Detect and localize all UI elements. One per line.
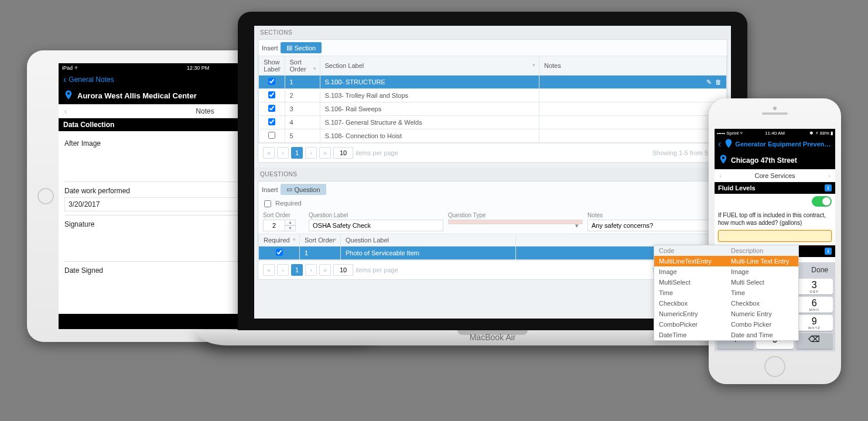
table-row[interactable]: 3S.106- Rail Sweeps: [259, 102, 727, 116]
ipad-time: 12:30 PM: [187, 65, 210, 71]
items-per-page-label: items per page: [356, 266, 398, 273]
question-tab-label: Question: [295, 186, 320, 193]
back-button[interactable]: General Notes: [63, 74, 114, 85]
pager-next[interactable]: ›: [305, 264, 317, 276]
col-notes[interactable]: Notes: [539, 56, 727, 76]
dropdown-option[interactable]: CheckboxCheckbox: [654, 298, 798, 309]
pager-first[interactable]: «: [263, 147, 275, 159]
questions-insert-row: Insert ▭ Question: [258, 182, 727, 197]
info-icon[interactable]: i: [825, 248, 832, 255]
col-sort-order[interactable]: Sort Order▾: [300, 234, 341, 247]
chevron-down-icon: ▾: [575, 222, 579, 230]
row-checkbox[interactable]: [268, 78, 275, 85]
table-row[interactable]: 1S.100- STRUCTURE✎ 🗑: [259, 76, 727, 89]
section-fluid-levels: Fluid Levels i: [715, 182, 835, 194]
spinner-down[interactable]: ▼: [285, 225, 296, 231]
pager-last[interactable]: »: [319, 264, 331, 276]
iphone-speaker: [762, 112, 788, 115]
required-row: Required: [258, 197, 727, 210]
macbook-device: SECTIONS Insert ▤ Section Show Label▾Sor…: [238, 12, 747, 345]
section-tab-label: Section: [295, 45, 316, 52]
page-size-input[interactable]: [333, 264, 353, 276]
dropdown-option[interactable]: ComboPickerCombo Picker: [654, 319, 798, 330]
toggle-switch[interactable]: [812, 196, 832, 207]
subnav-fwd[interactable]: ›: [823, 172, 835, 179]
spinner-up[interactable]: ▲: [285, 220, 296, 225]
nav-title[interactable]: Generator Equipment Preventative...: [735, 141, 832, 148]
sections-title: SECTIONS: [254, 26, 731, 39]
row-checkbox[interactable]: [268, 105, 275, 112]
sections-pager: « ‹ 1 › » items per page Showing 1-5 fro…: [258, 143, 727, 162]
pager-page-1[interactable]: 1: [291, 264, 303, 276]
pager-prev[interactable]: ‹: [277, 264, 289, 276]
status-right: ✱ ⚡︎ 88% ▮: [809, 131, 833, 136]
pager-last[interactable]: »: [319, 147, 331, 159]
col-question-label[interactable]: Question Label: [341, 234, 516, 247]
pager-prev[interactable]: ‹: [277, 147, 289, 159]
section-tab-button[interactable]: ▤ Section: [281, 42, 322, 53]
keypad-key[interactable]: 9WXYZ: [796, 315, 833, 331]
question-label-input[interactable]: [309, 220, 443, 231]
col-section-label[interactable]: Section Label▾: [320, 56, 539, 76]
keypad-key[interactable]: 6MNO: [796, 297, 833, 313]
subnav-back[interactable]: ‹: [59, 107, 73, 116]
notes-input[interactable]: [587, 220, 722, 231]
question-text: If FUEL top off is included in this cont…: [715, 209, 835, 229]
dropdown-option[interactable]: MultiSelectMulti Select: [654, 277, 798, 287]
keypad-key[interactable]: ⌫: [796, 333, 833, 349]
row-actions: [539, 116, 727, 129]
dropdown-option[interactable]: NumericEntryNumeric Entry: [654, 309, 798, 319]
info-icon[interactable]: i: [825, 184, 832, 191]
iphone-subnav: ‹ Core Services ›: [715, 169, 835, 182]
question-label-label: Question Label: [309, 212, 443, 218]
table-row[interactable]: 4S.107- General Structure & Welds: [259, 116, 727, 129]
sort-order-spinner[interactable]: ▲▼: [263, 220, 298, 231]
question-type-dropdown[interactable]: CodeDescriptionMultiLineTextEntryMulti-L…: [654, 245, 799, 341]
toggle-row: [715, 194, 835, 209]
table-row[interactable]: 2S.103- Trolley Rail and Stops: [259, 89, 727, 102]
row-checkbox[interactable]: [276, 249, 283, 256]
answer-input[interactable]: [718, 230, 832, 242]
dropdown-option[interactable]: MultiLineTextEntryMulti-Line Text Entry: [654, 256, 798, 266]
dropdown-option[interactable]: DateTimeDate and Time: [654, 330, 798, 340]
dropdown-option[interactable]: ImageImage: [654, 266, 798, 277]
row-checkbox[interactable]: [268, 91, 275, 98]
subnav-title: Core Services: [726, 172, 823, 179]
row-checkbox[interactable]: [268, 118, 275, 125]
location-name: Chicago 47th Street: [731, 156, 797, 165]
dropdown-option[interactable]: TimeTime: [654, 287, 798, 298]
row-label: S.108- Connection to Hoist: [320, 129, 539, 143]
edit-icon[interactable]: ✎: [706, 78, 712, 85]
sort-order-input[interactable]: [263, 220, 285, 231]
row-checkbox[interactable]: [268, 132, 275, 139]
pager-next[interactable]: ›: [305, 147, 317, 159]
page-size-input[interactable]: [333, 147, 353, 159]
keypad-key[interactable]: 3DEF: [796, 279, 833, 295]
pager-first[interactable]: «: [263, 264, 275, 276]
iphone-device: ••••• Sprint ᯤ 11:40 AM ✱ ⚡︎ 88% ▮ ‹ Gen…: [709, 98, 841, 384]
pin-icon: [718, 154, 729, 166]
table-row[interactable]: 5S.108- Connection to Hoist: [259, 129, 727, 143]
row-label: S.107- General Structure & Welds: [320, 116, 539, 129]
sections-panel: Insert ▤ Section Show Label▾Sort Order▾S…: [258, 39, 727, 163]
row-label: S.103- Trolley Rail and Stops: [320, 89, 539, 102]
row-order: 1: [300, 247, 341, 260]
iphone-home-button[interactable]: [764, 356, 785, 377]
required-checkbox[interactable]: [264, 200, 271, 207]
question-form-row: Sort Order ▲▼ Question Label Question Ty…: [258, 210, 727, 234]
question-tab-button[interactable]: ▭ Question: [281, 184, 326, 195]
keypad-done[interactable]: Done: [811, 266, 828, 274]
pager-page-1[interactable]: 1: [291, 147, 303, 159]
col-required[interactable]: Required▾: [259, 234, 300, 247]
notes-label: Notes: [587, 212, 722, 218]
sections-grid: Show Label▾Sort Order▾Section Label▾Note…: [258, 56, 727, 143]
delete-icon[interactable]: 🗑: [715, 78, 722, 85]
sort-order-label: Sort Order: [263, 212, 304, 218]
col-sort-order[interactable]: Sort Order▾: [285, 56, 320, 76]
back-icon[interactable]: ‹: [718, 139, 721, 149]
question-type-select[interactable]: ▾: [448, 220, 583, 224]
pin-icon: [63, 90, 74, 102]
col-show-label[interactable]: Show Label▾: [259, 56, 285, 76]
ipad-home-button[interactable]: [37, 188, 54, 204]
subnav-back[interactable]: ‹: [715, 172, 726, 179]
